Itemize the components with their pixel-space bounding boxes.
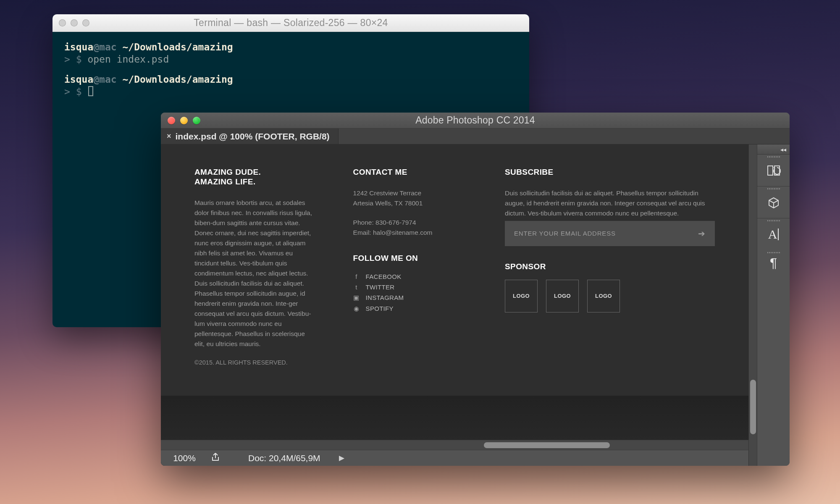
subscribe-input[interactable]: ENTER YOUR EMAIL ADDRESS ➔ — [505, 221, 715, 246]
footer-heading: AMAZING DUDE. AMAZING LIFE. — [194, 168, 330, 187]
sponsor-logo: LOGO — [587, 280, 620, 312]
terminal-traffic-lights — [59, 19, 89, 26]
footer-heading: CONTACT ME — [353, 168, 482, 177]
photoshop-title: Adobe Photoshop CC 2014 — [161, 115, 790, 126]
terminal-prompt-line: isqua@mac ~/Downloads/amazing — [64, 41, 517, 53]
terminal-body[interactable]: isqua@mac ~/Downloads/amazing > $ open i… — [52, 32, 529, 115]
footer-copyright: ©2015. ALL RIGHTS RESERVED. — [194, 359, 330, 366]
status-bar: 100% Doc: 20,4M/65,9M ▶ — [161, 450, 748, 466]
subscribe-placeholder: ENTER YOUR EMAIL ADDRESS — [514, 230, 616, 237]
close-icon[interactable] — [59, 19, 66, 26]
3d-panel-icon[interactable] — [757, 186, 790, 218]
panel-rail: ◂◂ A ¶ — [757, 144, 790, 466]
sponsor-logo: LOGO — [505, 280, 538, 312]
photoshop-titlebar: Adobe Photoshop CC 2014 — [161, 113, 790, 129]
social-link-spotify[interactable]: ◉SPOTIFY — [353, 303, 482, 314]
twitter-icon: t — [353, 284, 360, 291]
sponsor-row: LOGO LOGO LOGO — [505, 280, 715, 312]
facebook-icon: f — [353, 273, 360, 280]
zoom-icon[interactable] — [82, 19, 89, 26]
spotify-icon: ◉ — [353, 305, 360, 312]
vertical-scrollbar[interactable] — [748, 144, 757, 466]
term-host: mac — [99, 42, 117, 52]
social-list: fFACEBOOK tTWITTER ▣INSTAGRAM ◉SPOTIFY — [353, 271, 482, 314]
scrollbar-thumb[interactable] — [484, 442, 610, 448]
footer-col-about: AMAZING DUDE. AMAZING LIFE. Mauris ornar… — [194, 168, 330, 366]
social-link-instagram[interactable]: ▣INSTAGRAM — [353, 292, 482, 303]
svg-rect-0 — [768, 166, 773, 175]
terminal-cursor-line: > $ — [64, 86, 517, 98]
terminal-command-line: > $ open index.psd — [64, 53, 517, 66]
document-tab[interactable]: × index.psd @ 100% (FOOTER, RGB/8) — [161, 129, 339, 144]
horizontal-scrollbar[interactable] — [161, 440, 748, 450]
sponsor-logo: LOGO — [546, 280, 579, 312]
rail-collapse-button[interactable]: ◂◂ — [757, 144, 790, 155]
terminal-title: Terminal — bash — Solarized-256 — 80×24 — [52, 17, 529, 29]
doc-size[interactable]: Doc: 20,4M/65,9M — [248, 453, 320, 463]
character-panel-icon[interactable]: A — [757, 218, 790, 250]
tab-close-icon[interactable]: × — [167, 132, 171, 141]
term-path: ~/Downloads/amazing — [123, 42, 233, 52]
term-command: open index.psd — [87, 54, 169, 65]
social-link-twitter[interactable]: tTWITTER — [353, 282, 482, 292]
footer-heading: SUBSCRIBE — [505, 168, 715, 177]
tab-label: index.psd @ 100% (FOOTER, RGB/8) — [176, 131, 330, 142]
footer-heading: FOLLOW ME ON — [353, 254, 482, 263]
canvas-area: AMAZING DUDE. AMAZING LIFE. Mauris ornar… — [161, 144, 748, 466]
share-icon[interactable] — [211, 452, 221, 464]
cursor-icon — [88, 86, 93, 96]
footer-col-subscribe: SUBSCRIBE Duis sollicitudin facilisis du… — [505, 168, 715, 366]
submit-arrow-icon[interactable]: ➔ — [698, 228, 706, 239]
instagram-icon: ▣ — [353, 294, 360, 302]
terminal-titlebar: Terminal — bash — Solarized-256 — 80×24 — [52, 14, 529, 32]
history-panel-icon[interactable] — [757, 155, 790, 186]
scrollbar-thumb[interactable] — [750, 380, 756, 434]
footer-heading: SPONSOR — [505, 262, 715, 271]
canvas-background — [161, 396, 748, 440]
minimize-icon[interactable] — [71, 19, 78, 26]
zoom-level[interactable]: 100% — [168, 453, 201, 463]
terminal-prompt-line: isqua@mac ~/Downloads/amazing — [64, 74, 517, 86]
footer-col-contact: CONTACT ME 1242 Crestview Terrace Artesi… — [353, 168, 482, 366]
term-user: isqua — [64, 42, 93, 52]
photoshop-window: Adobe Photoshop CC 2014 × index.psd @ 10… — [161, 113, 790, 466]
social-link-facebook[interactable]: fFACEBOOK — [353, 271, 482, 282]
document-canvas[interactable]: AMAZING DUDE. AMAZING LIFE. Mauris ornar… — [161, 144, 748, 396]
footer-body-text: Mauris ornare lobortis arcu, at sodales … — [194, 198, 316, 349]
paragraph-panel-icon[interactable]: ¶ — [757, 250, 790, 276]
document-tabbar: × index.psd @ 100% (FOOTER, RGB/8) — [161, 129, 790, 144]
flyout-arrow-icon[interactable]: ▶ — [339, 454, 344, 462]
